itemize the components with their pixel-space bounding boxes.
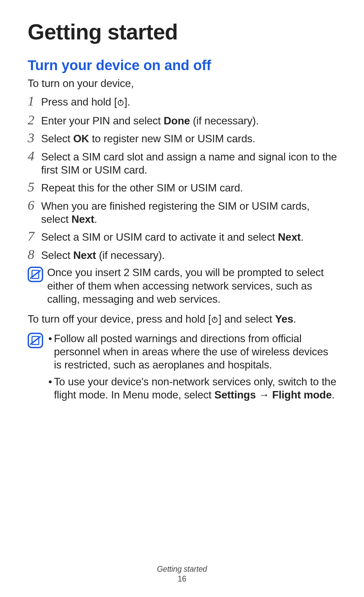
- manual-page: Getting started Turn your device on and …: [0, 0, 364, 405]
- note-bullet: • Follow all posted warnings and directi…: [47, 332, 337, 372]
- step-text-prefix: Press and hold [: [41, 96, 117, 108]
- note-block-2: • Follow all posted warnings and directi…: [28, 331, 337, 405]
- step-number: 2: [28, 113, 41, 127]
- section-heading: Turn your device on and off: [28, 57, 337, 73]
- step-3: 3 Select OK to register new SIM or USIM …: [28, 131, 337, 145]
- note-block-1: Once you insert 2 SIM cards, you will be…: [28, 265, 337, 306]
- step-text-suffix: ].: [124, 96, 130, 108]
- bullet-text: Follow all posted warnings and direction…: [53, 332, 337, 372]
- step-7: 7 Select a SIM or USIM card to activate …: [28, 229, 337, 244]
- step-text: Select Next (if necessary).: [41, 247, 165, 262]
- steps-list: 1 Press and hold []. 2 Enter your PIN an…: [28, 94, 337, 262]
- step-6: 6 When you are finished registering the …: [28, 198, 337, 226]
- turn-off-suffix: ] and select Yes.: [218, 313, 296, 325]
- power-icon: [211, 313, 218, 326]
- page-title: Getting started: [28, 20, 337, 44]
- step-text: Press and hold [].: [41, 94, 130, 109]
- step-number: 6: [28, 198, 41, 212]
- note-bullet-list: • Follow all posted warnings and directi…: [47, 332, 337, 402]
- footer-section-name: Getting started: [0, 565, 364, 574]
- step-8: 8 Select Next (if necessary).: [28, 247, 337, 262]
- note-icon: [28, 267, 44, 282]
- footer-page-number: 16: [0, 574, 364, 584]
- step-number: 1: [28, 94, 41, 108]
- step-text: Select OK to register new SIM or USIM ca…: [41, 131, 255, 145]
- step-1: 1 Press and hold [].: [28, 94, 337, 109]
- step-number: 4: [28, 149, 41, 163]
- intro-text: To turn on your device,: [28, 77, 337, 90]
- step-text: Enter your PIN and select Done (if neces…: [41, 113, 259, 127]
- step-text: Select a SIM card slot and assign a name…: [41, 149, 337, 177]
- page-footer: Getting started 16: [0, 565, 364, 584]
- turn-off-text: To turn off your device, press and hold …: [28, 312, 337, 326]
- step-text: When you are finished registering the SI…: [41, 198, 337, 226]
- step-number: 5: [28, 180, 41, 194]
- step-number: 3: [28, 131, 41, 145]
- note-icon: [28, 333, 44, 348]
- note-text: Once you insert 2 SIM cards, you will be…: [44, 265, 337, 306]
- note-bullet: • To use your device's non-network servi…: [47, 375, 337, 402]
- bullet-text: To use your device's non-network service…: [53, 375, 337, 402]
- bullet-dot-icon: •: [47, 375, 53, 388]
- bullet-dot-icon: •: [47, 332, 53, 345]
- step-number: 7: [28, 229, 41, 243]
- power-icon: [117, 96, 124, 109]
- step-text: Repeat this for the other SIM or USIM ca…: [41, 180, 243, 195]
- step-4: 4 Select a SIM card slot and assign a na…: [28, 149, 337, 177]
- step-2: 2 Enter your PIN and select Done (if nec…: [28, 113, 337, 127]
- step-5: 5 Repeat this for the other SIM or USIM …: [28, 180, 337, 195]
- turn-off-prefix: To turn off your device, press and hold …: [28, 313, 211, 325]
- step-number: 8: [28, 247, 41, 262]
- step-text: Select a SIM or USIM card to activate it…: [41, 229, 304, 244]
- note-body: • Follow all posted warnings and directi…: [44, 331, 337, 405]
